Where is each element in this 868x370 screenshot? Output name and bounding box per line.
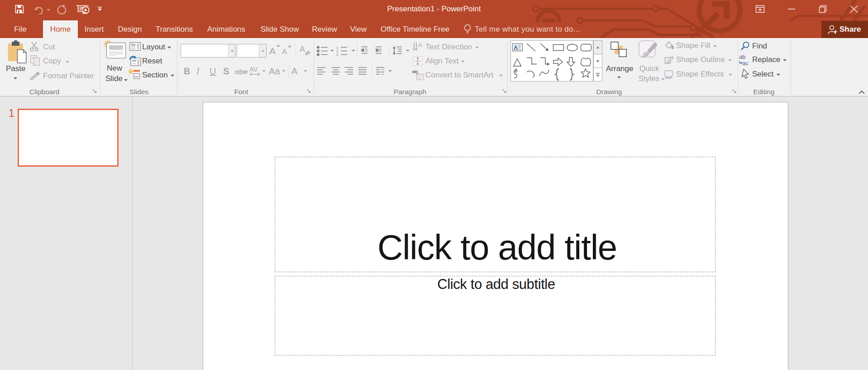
svg-text:c: c [745, 60, 749, 66]
svg-text:A: A [418, 42, 422, 48]
svg-text:3: 3 [336, 53, 339, 57]
